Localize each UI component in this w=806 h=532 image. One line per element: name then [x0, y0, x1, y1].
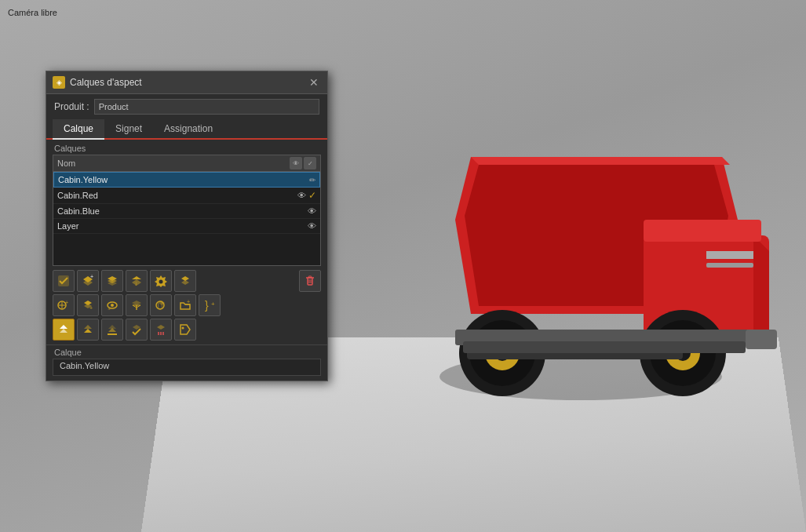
pencil-icon-0: ✏ [309, 176, 315, 184]
svg-text:+: + [65, 300, 68, 305]
dialog-title: Calques d'aspect [70, 77, 302, 88]
svg-marker-60 [60, 329, 67, 333]
product-label: Produit : [54, 101, 89, 112]
truck-3d-view [345, 63, 801, 455]
layer-row-layer[interactable]: Layer 👁 [53, 219, 320, 234]
dialog-titlebar: ◈ Calques d'aspect ✕ [46, 71, 327, 94]
layer-list: Nom 👁 ✓ Cabin.Yellow ✏ Cabin.Red 👁 ✓ Cab… [53, 155, 321, 266]
dialog-close-button[interactable]: ✕ [307, 75, 321, 89]
toolbar-layer-down[interactable]: ↓ [126, 270, 148, 292]
tab-signet[interactable]: Signet [104, 119, 153, 140]
toolbar-layer-merge[interactable] [174, 270, 196, 292]
toolbar-check-add[interactable] [53, 270, 75, 292]
svg-marker-34 [181, 280, 189, 285]
eye-icon-2: 👁 [308, 206, 316, 216]
toolbar-layer-group[interactable] [126, 294, 148, 316]
camera-label: Caméra libre [8, 8, 57, 17]
svg-marker-28 [132, 276, 141, 279]
product-input[interactable] [94, 99, 319, 115]
toolbar-folder-add[interactable]: + [174, 294, 196, 316]
toolbar-sphere-layers[interactable] [150, 294, 172, 316]
toolbar-layer-unlink[interactable] [150, 319, 172, 341]
toolbar-delete[interactable] [299, 270, 321, 292]
bottom-calque-label: Calque [46, 344, 327, 359]
svg-rect-6 [644, 220, 761, 242]
toolbar-row-3 [53, 319, 321, 341]
svg-point-32 [159, 280, 163, 284]
tab-calque[interactable]: Calque [53, 119, 104, 140]
toolbar-row-1: + ↓ [53, 270, 321, 292]
toolbar-layer-tag[interactable] [174, 319, 196, 341]
layer-row-cabin-red[interactable]: Cabin.Red 👁 ✓ [53, 188, 320, 204]
toolbar-layer-move[interactable] [77, 319, 99, 341]
bottom-calque-value: Cabin.Yellow [53, 359, 321, 376]
layer-name-layer: Layer [57, 221, 308, 231]
svg-point-48 [111, 304, 114, 307]
dialog-calques-aspect: ◈ Calques d'aspect ✕ Produit : Calque Si… [46, 71, 328, 381]
svg-rect-19 [463, 341, 746, 353]
product-row: Produit : [46, 94, 327, 119]
calques-section-header: Calques [46, 140, 327, 155]
svg-rect-37 [308, 276, 312, 278]
toolbar-layer-settings[interactable] [150, 270, 172, 292]
svg-marker-59 [60, 325, 67, 329]
header-icon-2: ✓ [304, 157, 316, 169]
svg-marker-61 [84, 325, 92, 329]
layer-row-icons-3: 👁 [308, 221, 316, 231]
layer-name-cabin-blue: Cabin.Blue [57, 206, 308, 216]
svg-text:+: + [90, 275, 93, 279]
tab-assignation[interactable]: Assignation [153, 119, 224, 140]
toolbar-layer-top[interactable] [53, 319, 75, 341]
svg-text:↓: ↓ [134, 280, 137, 287]
layer-list-empty-space [53, 234, 320, 265]
layer-row-icons-2: 👁 [308, 206, 316, 216]
svg-text:+: + [89, 305, 93, 311]
svg-marker-23 [83, 279, 93, 286]
check-icon-1: ✓ [308, 190, 316, 201]
toolbar-layer-add[interactable]: + [77, 270, 99, 292]
svg-rect-7 [706, 251, 753, 259]
toolbar-row-2: + + + }+ [53, 294, 321, 316]
layer-row-cabin-yellow[interactable]: Cabin.Yellow ✏ [53, 172, 320, 188]
toolbar-eye-layers[interactable] [101, 294, 123, 316]
svg-rect-20 [746, 330, 777, 349]
toolbar-gear-layer-add[interactable]: + [53, 294, 75, 316]
svg-text:+: + [211, 301, 215, 308]
svg-marker-50 [132, 301, 141, 305]
eye-icon-1: 👁 [297, 191, 306, 200]
toolbar-layer-visible[interactable] [101, 319, 123, 341]
dialog-title-icon: ◈ [53, 76, 65, 89]
layer-name-cabin-red: Cabin.Red [57, 191, 297, 200]
column-nom: Nom [57, 159, 290, 168]
header-icon-1: 👁 [290, 157, 302, 169]
svg-rect-8 [706, 263, 753, 268]
toolbar-layer-check[interactable] [126, 319, 148, 341]
svg-marker-3 [471, 157, 730, 165]
toolbar-layer-gear-add2[interactable]: + [77, 294, 99, 316]
toolbar-area: + ↓ + + [46, 266, 327, 344]
svg-marker-5 [753, 235, 769, 345]
svg-marker-67 [157, 325, 165, 330]
svg-marker-62 [84, 329, 92, 333]
layer-header-icons: 👁 ✓ [290, 157, 316, 169]
layer-list-header: Nom 👁 ✓ [53, 155, 320, 172]
toolbar-layer-stack[interactable] [101, 270, 123, 292]
eye-icon-3: 👁 [308, 221, 316, 231]
layer-row-cabin-blue[interactable]: Cabin.Blue 👁 [53, 204, 320, 219]
svg-text:}: } [205, 299, 209, 312]
layer-name-cabin-yellow: Cabin.Yellow [58, 175, 309, 184]
dialog-tabs: Calque Signet Assignation [46, 119, 327, 140]
toolbar-bracket-add[interactable]: }+ [199, 294, 221, 316]
layer-row-icons-0: ✏ [309, 176, 315, 184]
svg-point-71 [182, 327, 184, 330]
svg-text:+: + [187, 299, 190, 304]
svg-rect-35 [308, 278, 312, 285]
layer-row-icons-1: 👁 ✓ [297, 190, 316, 201]
